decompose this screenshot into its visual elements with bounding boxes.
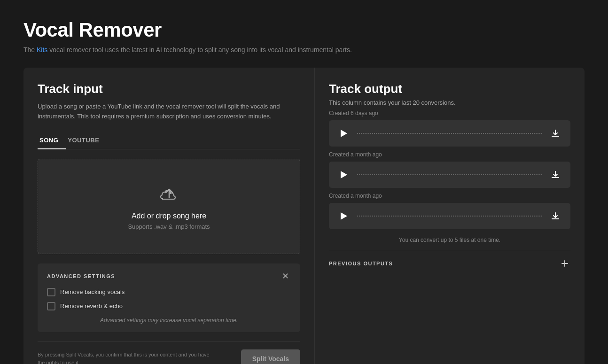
track-output-title: Track output (329, 82, 570, 96)
play-button-1[interactable] (337, 168, 351, 181)
track-output-desc: This column contains your last 20 conver… (329, 99, 570, 106)
left-footer: By pressing Split Vocals, you confirm th… (38, 341, 300, 364)
waveform-0 (357, 133, 542, 134)
play-icon-0 (341, 130, 347, 137)
download-button-0[interactable] (549, 127, 562, 140)
footer-disclaimer: By pressing Split Vocals, you confirm th… (38, 351, 216, 364)
track-input-title: Track input (38, 82, 300, 96)
audio-player-2 (329, 203, 570, 229)
page-subtitle: The Kits vocal remover tool uses the lat… (23, 46, 585, 54)
tab-youtube[interactable]: YOUTUBE (66, 133, 107, 149)
subtitle-prefix: The (23, 46, 37, 54)
play-icon-2 (341, 212, 347, 220)
checkbox-backing-label: Remove backing vocals (60, 288, 125, 295)
checkbox-reverb[interactable] (47, 302, 55, 310)
checkbox-reverb-row: Remove reverb & echo (47, 302, 291, 310)
track-group-1: Created a month ago (329, 151, 570, 188)
checkbox-reverb-label: Remove reverb & echo (60, 302, 123, 310)
previous-outputs-section: PREVIOUS OUTPUTS (329, 251, 570, 276)
previous-outputs-expand-button[interactable] (559, 258, 570, 269)
split-vocals-button[interactable]: Split Vocals (241, 349, 300, 364)
play-icon-1 (341, 171, 347, 178)
checkbox-backing[interactable] (47, 288, 55, 296)
right-panel: Track output This column contains your l… (315, 68, 585, 364)
advanced-settings-header: ADVANCED SETTINGS ✕ (47, 272, 291, 280)
main-layout: Track input Upload a song or paste a You… (23, 68, 585, 364)
track-group-label-1: Created a month ago (329, 151, 570, 158)
waveform-1 (357, 174, 542, 175)
page-container: Vocal Remover The Kits vocal remover too… (0, 0, 608, 364)
input-tabs: SONG YOUTUBE (38, 133, 300, 149)
advanced-settings-panel: ADVANCED SETTINGS ✕ Remove backing vocal… (38, 263, 300, 332)
download-button-1[interactable] (549, 168, 562, 181)
subtitle-suffix: vocal remover tool uses the latest in AI… (47, 46, 351, 54)
convert-limit-note: You can convert up to 5 files at one tim… (329, 237, 570, 243)
page-title: Vocal Remover (23, 19, 585, 41)
advanced-settings-title: ADVANCED SETTINGS (47, 273, 115, 279)
waveform-2 (357, 216, 542, 217)
upload-icon (158, 183, 180, 205)
track-input-desc: Upload a song or paste a YouTube link an… (38, 102, 300, 122)
checkbox-backing-row: Remove backing vocals (47, 288, 291, 296)
tab-song[interactable]: SONG (38, 133, 66, 149)
play-button-0[interactable] (337, 127, 351, 140)
track-group-2: Created a month ago (329, 193, 570, 229)
drop-zone-subtitle: Supports .wav & .mp3 formats (47, 223, 290, 230)
track-group-0: Created 6 days ago (329, 110, 570, 147)
audio-player-1 (329, 162, 570, 188)
drop-zone-title: Add or drop song here (47, 212, 290, 220)
previous-outputs-label: PREVIOUS OUTPUTS (329, 261, 393, 266)
play-button-2[interactable] (337, 209, 351, 223)
audio-player-0 (329, 120, 570, 147)
drop-zone[interactable]: Add or drop song here Supports .wav & .m… (38, 159, 300, 254)
advanced-settings-note: Advanced settings may increase vocal sep… (47, 317, 291, 324)
kits-link[interactable]: Kits (37, 46, 47, 54)
advanced-settings-close-button[interactable]: ✕ (280, 272, 291, 280)
left-panel: Track input Upload a song or paste a You… (23, 68, 315, 364)
track-group-label-0: Created 6 days ago (329, 110, 570, 116)
track-group-label-2: Created a month ago (329, 193, 570, 199)
download-button-2[interactable] (549, 209, 562, 223)
